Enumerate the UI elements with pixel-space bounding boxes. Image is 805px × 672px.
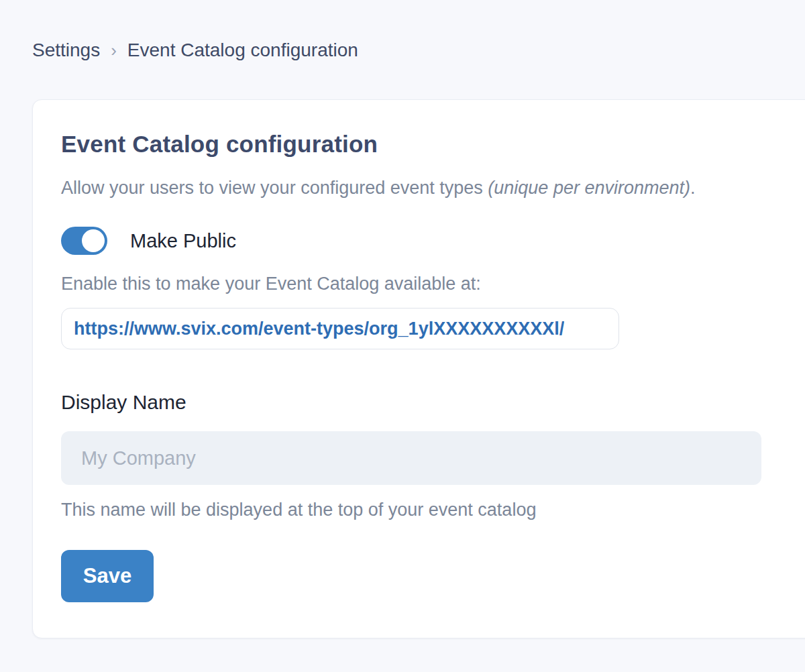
- display-name-helper: This name will be displayed at the top o…: [61, 500, 792, 520]
- chevron-right-icon: ›: [111, 39, 117, 61]
- make-public-label[interactable]: Make Public: [130, 230, 236, 252]
- toggle-knob: [82, 229, 105, 252]
- card-description-suffix: .: [690, 178, 696, 198]
- make-public-toggle[interactable]: [61, 227, 107, 255]
- make-public-hint: Enable this to make your Event Catalog a…: [61, 274, 792, 294]
- card-description-italic: (unique per environment): [488, 178, 690, 198]
- breadcrumb-settings[interactable]: Settings: [32, 40, 100, 61]
- breadcrumb-event-catalog-configuration: Event Catalog configuration: [127, 40, 358, 61]
- save-button[interactable]: Save: [61, 550, 154, 602]
- breadcrumb: Settings › Event Catalog configuration: [0, 0, 805, 61]
- display-name-input[interactable]: [61, 431, 761, 485]
- display-name-label: Display Name: [61, 391, 792, 414]
- catalog-url-link[interactable]: https://www.svix.com/event-types/org_1yl…: [74, 319, 564, 339]
- make-public-row: Make Public: [61, 227, 792, 255]
- card-description: Allow your users to view your configured…: [61, 178, 792, 199]
- event-catalog-card: Event Catalog configuration Allow your u…: [32, 99, 805, 638]
- card-description-main: Allow your users to view your configured…: [61, 178, 488, 198]
- catalog-url-box: https://www.svix.com/event-types/org_1yl…: [61, 308, 619, 349]
- page-title: Event Catalog configuration: [61, 131, 792, 158]
